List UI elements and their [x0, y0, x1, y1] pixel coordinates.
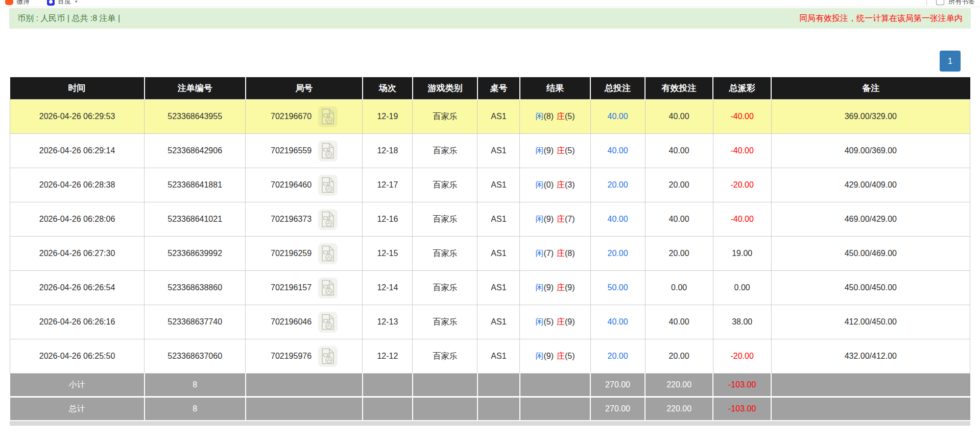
cell-session: 12-15 [363, 237, 413, 271]
table-row: 2026-04-26 06:28:38 523368641881 7021964… [10, 168, 970, 202]
cell-payout: 0.00 [713, 271, 771, 305]
bet-records-table: 时间注单编号局号场次游戏类别桌号结果总投注有效投注总派彩备注 2026-04-2… [10, 77, 970, 420]
cell-table-no: AS1 [477, 339, 520, 374]
cell-session: 12-19 [363, 100, 413, 134]
player-points: (9) [543, 352, 554, 360]
cell-bet-id: 523368637740 [145, 305, 246, 339]
cell-time: 2026-04-26 06:28:06 [10, 202, 145, 237]
cell-bet-id: 523368637060 [145, 339, 246, 374]
video-replay-button[interactable] [318, 278, 338, 298]
banker-result-label: 庄 [557, 317, 565, 326]
empty-cell [771, 374, 970, 397]
table-row: 2026-04-26 06:29:53 523368643955 7021966… [10, 100, 970, 134]
cell-game-type: 百家乐 [413, 168, 477, 202]
column-header-1: 时间 [10, 77, 145, 100]
column-header-9: 有效投注 [645, 77, 713, 100]
video-replay-button[interactable] [318, 243, 338, 264]
cell-time: 2026-04-26 06:28:38 [10, 168, 145, 202]
cell-total-bet: 20.00 [590, 339, 645, 374]
cell-game-type: 百家乐 [413, 134, 477, 168]
cell-bet-id: 523368641021 [145, 202, 246, 237]
round-id-text: 702196157 [271, 283, 312, 291]
cell-session: 12-16 [363, 202, 413, 237]
subtotal-payout: -103.00 [713, 374, 771, 397]
film-document-icon [321, 211, 335, 227]
cell-table-no: AS1 [477, 134, 520, 168]
all-bookmarks-button[interactable]: 所有书签 [948, 0, 975, 6]
film-document-icon [321, 280, 335, 296]
cell-total-bet: 40.00 [590, 100, 645, 134]
video-replay-button[interactable] [318, 141, 338, 161]
banker-points: (5) [565, 352, 575, 360]
banker-result-label: 庄 [557, 215, 565, 223]
player-result-label: 闲 [535, 112, 543, 121]
cell-total-bet: 40.00 [590, 305, 645, 339]
divider [926, 0, 927, 6]
cell-round-id: 702196460 [246, 168, 363, 202]
banker-points: (8) [565, 249, 575, 258]
grandtotal-row: 总计 8 270.00 220.00 -103.00 [10, 397, 970, 421]
cell-time: 2026-04-26 06:26:16 [10, 305, 145, 339]
video-replay-button[interactable] [318, 312, 338, 333]
cell-game-type: 百家乐 [413, 100, 477, 134]
player-result-label: 闲 [535, 283, 543, 292]
cell-valid-bet: 0.00 [645, 271, 713, 305]
banker-points: (5) [565, 146, 575, 155]
banker-points: (7) [565, 215, 575, 223]
cell-bet-id: 523368638860 [145, 271, 246, 305]
cell-payout: -40.00 [713, 100, 771, 134]
column-header-5: 游戏类别 [413, 77, 477, 100]
round-id-text: 702196460 [271, 180, 312, 189]
grandtotal-count: 8 [145, 397, 246, 421]
round-id-text: 702196046 [271, 317, 312, 326]
horizontal-scrollbar[interactable] [10, 421, 970, 426]
cell-table-no: AS1 [477, 202, 520, 237]
cell-bet-id: 523368643955 [145, 100, 246, 134]
bookmark-item[interactable]: 百度 ▾ [47, 0, 78, 6]
bookmark-item[interactable]: 微博 [5, 0, 30, 6]
empty-cell [477, 397, 520, 421]
cell-round-id: 702195976 [246, 339, 363, 374]
video-replay-button[interactable] [318, 209, 338, 230]
banker-result-label: 庄 [557, 249, 565, 258]
column-header-3: 局号 [246, 77, 363, 100]
cell-payout: 38.00 [713, 305, 771, 339]
cell-remark: 469.00/429.00 [771, 202, 970, 237]
empty-cell [246, 397, 363, 421]
cell-time: 2026-04-26 06:26:54 [10, 271, 145, 305]
cell-table-no: AS1 [477, 168, 520, 202]
video-replay-button[interactable] [318, 175, 338, 196]
summary-bar: 币别 : 人民币 | 总共 :8 注单 | 同局有效投注，统一计算在该局第一张注… [9, 8, 971, 29]
cell-round-id: 702196559 [246, 134, 363, 168]
empty-cell [363, 397, 413, 421]
cell-remark: 450.00/450.00 [771, 271, 970, 305]
banker-points: (9) [565, 283, 575, 292]
cell-result: 闲(9)庄(9) [520, 271, 590, 305]
player-result-label: 闲 [535, 249, 543, 258]
round-id-text: 702196259 [271, 248, 312, 257]
video-replay-button[interactable] [318, 106, 338, 127]
cell-game-type: 百家乐 [413, 237, 477, 271]
cell-remark: 450.00/469.00 [771, 237, 970, 271]
subtotal-label: 小计 [10, 374, 145, 397]
cell-session: 12-17 [363, 168, 413, 202]
film-document-icon [321, 314, 335, 330]
page-1-button[interactable]: 1 [940, 51, 961, 72]
empty-cell [246, 374, 363, 397]
table-header-row: 时间注单编号局号场次游戏类别桌号结果总投注有效投注总派彩备注 [10, 77, 970, 100]
video-replay-button[interactable] [318, 346, 338, 367]
banker-points: (3) [565, 180, 575, 189]
empty-cell [413, 374, 477, 397]
cell-total-bet: 50.00 [590, 271, 645, 305]
cell-result: 闲(8)庄(5) [520, 100, 590, 134]
player-result-label: 闲 [535, 180, 543, 189]
currency-total-text: 币别 : 人民币 | 总共 :8 注单 | [17, 13, 120, 24]
bookmark-label: 百度 [58, 0, 71, 6]
cell-total-bet: 40.00 [590, 134, 645, 168]
column-header-2: 注单编号 [145, 77, 246, 100]
cell-valid-bet: 40.00 [645, 100, 713, 134]
cell-result: 闲(9)庄(5) [520, 339, 590, 374]
round-id-text: 702196670 [271, 111, 312, 120]
empty-cell [413, 397, 477, 421]
cell-result: 闲(9)庄(5) [520, 134, 590, 168]
